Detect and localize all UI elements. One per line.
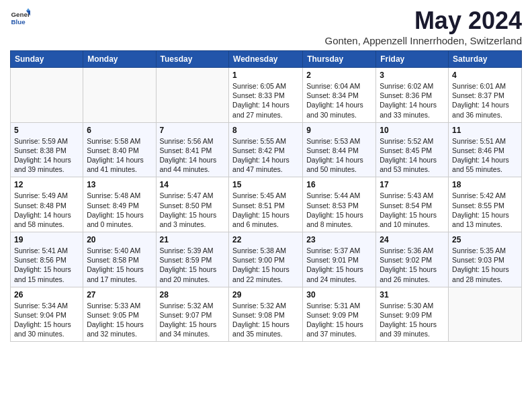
day-info: Sunrise: 5:45 AM Sunset: 8:51 PM Dayligh… bbox=[232, 191, 299, 229]
calendar-day-cell: 7Sunrise: 5:56 AM Sunset: 8:41 PM Daylig… bbox=[156, 122, 229, 177]
weekday-header-cell: Wednesday bbox=[229, 51, 303, 68]
day-number: 12 bbox=[14, 180, 79, 189]
day-number: 4 bbox=[452, 71, 518, 80]
day-number: 20 bbox=[87, 235, 152, 244]
calendar-week-row: 5Sunrise: 5:59 AM Sunset: 8:38 PM Daylig… bbox=[11, 122, 522, 177]
day-number: 3 bbox=[380, 71, 445, 80]
day-number: 30 bbox=[306, 290, 372, 300]
weekday-header-cell: Sunday bbox=[11, 51, 83, 68]
calendar-day-cell: 1Sunrise: 6:05 AM Sunset: 8:33 PM Daylig… bbox=[229, 68, 303, 123]
svg-text:Blue: Blue bbox=[11, 18, 26, 26]
day-info: Sunrise: 5:42 AM Sunset: 8:55 PM Dayligh… bbox=[452, 191, 518, 229]
day-number: 14 bbox=[160, 180, 226, 189]
svg-marker-3 bbox=[26, 8, 30, 11]
day-info: Sunrise: 6:01 AM Sunset: 8:37 PM Dayligh… bbox=[452, 81, 518, 120]
logo: General Blue bbox=[10, 7, 32, 27]
day-number: 13 bbox=[87, 180, 152, 189]
calendar-day-cell bbox=[83, 68, 156, 123]
calendar-day-cell: 10Sunrise: 5:52 AM Sunset: 8:45 PM Dayli… bbox=[376, 122, 449, 177]
calendar-day-cell: 26Sunrise: 5:34 AM Sunset: 9:04 PM Dayli… bbox=[11, 287, 83, 342]
calendar-day-cell: 11Sunrise: 5:51 AM Sunset: 8:46 PM Dayli… bbox=[449, 122, 522, 177]
day-number: 21 bbox=[160, 235, 226, 244]
day-info: Sunrise: 5:37 AM Sunset: 9:01 PM Dayligh… bbox=[306, 246, 372, 284]
day-number: 1 bbox=[232, 71, 299, 80]
day-info: Sunrise: 5:59 AM Sunset: 8:38 PM Dayligh… bbox=[14, 136, 79, 175]
calendar-day-cell: 18Sunrise: 5:42 AM Sunset: 8:55 PM Dayli… bbox=[449, 177, 522, 232]
calendar-week-row: 26Sunrise: 5:34 AM Sunset: 9:04 PM Dayli… bbox=[11, 287, 522, 342]
day-info: Sunrise: 5:32 AM Sunset: 9:08 PM Dayligh… bbox=[232, 301, 299, 339]
day-info: Sunrise: 5:47 AM Sunset: 8:50 PM Dayligh… bbox=[160, 191, 226, 229]
day-number: 8 bbox=[232, 126, 299, 135]
day-info: Sunrise: 5:40 AM Sunset: 8:58 PM Dayligh… bbox=[87, 246, 152, 284]
day-number: 28 bbox=[160, 290, 226, 300]
day-info: Sunrise: 5:31 AM Sunset: 9:09 PM Dayligh… bbox=[306, 301, 372, 339]
day-number: 18 bbox=[452, 180, 518, 189]
logo-icon: General Blue bbox=[10, 7, 30, 27]
day-info: Sunrise: 5:49 AM Sunset: 8:48 PM Dayligh… bbox=[14, 191, 79, 229]
day-info: Sunrise: 5:39 AM Sunset: 8:59 PM Dayligh… bbox=[160, 246, 226, 284]
day-number: 6 bbox=[87, 126, 152, 135]
day-info: Sunrise: 5:55 AM Sunset: 8:42 PM Dayligh… bbox=[232, 136, 299, 175]
day-number: 31 bbox=[380, 290, 445, 300]
calendar-day-cell: 29Sunrise: 5:32 AM Sunset: 9:08 PM Dayli… bbox=[229, 287, 303, 342]
day-number: 16 bbox=[306, 180, 372, 189]
day-info: Sunrise: 5:35 AM Sunset: 9:03 PM Dayligh… bbox=[452, 246, 518, 284]
day-info: Sunrise: 5:43 AM Sunset: 8:54 PM Dayligh… bbox=[380, 191, 445, 229]
weekday-header-cell: Saturday bbox=[449, 51, 522, 68]
day-number: 19 bbox=[14, 235, 79, 244]
calendar-day-cell: 13Sunrise: 5:48 AM Sunset: 8:49 PM Dayli… bbox=[83, 177, 156, 232]
calendar-day-cell: 6Sunrise: 5:58 AM Sunset: 8:40 PM Daylig… bbox=[83, 122, 156, 177]
day-info: Sunrise: 5:30 AM Sunset: 9:09 PM Dayligh… bbox=[380, 301, 445, 339]
calendar-day-cell: 15Sunrise: 5:45 AM Sunset: 8:51 PM Dayli… bbox=[229, 177, 303, 232]
calendar-day-cell: 23Sunrise: 5:37 AM Sunset: 9:01 PM Dayli… bbox=[303, 232, 376, 287]
calendar-day-cell: 9Sunrise: 5:53 AM Sunset: 8:44 PM Daylig… bbox=[303, 122, 376, 177]
calendar-day-cell: 4Sunrise: 6:01 AM Sunset: 8:37 PM Daylig… bbox=[449, 68, 522, 123]
calendar-day-cell bbox=[11, 68, 83, 123]
day-info: Sunrise: 5:36 AM Sunset: 9:02 PM Dayligh… bbox=[380, 246, 445, 284]
day-number: 9 bbox=[306, 126, 372, 135]
calendar-day-cell: 16Sunrise: 5:44 AM Sunset: 8:53 PM Dayli… bbox=[303, 177, 376, 232]
day-info: Sunrise: 5:41 AM Sunset: 8:56 PM Dayligh… bbox=[14, 246, 79, 284]
calendar-week-row: 12Sunrise: 5:49 AM Sunset: 8:48 PM Dayli… bbox=[11, 177, 522, 232]
weekday-header-cell: Thursday bbox=[303, 51, 376, 68]
calendar-day-cell: 25Sunrise: 5:35 AM Sunset: 9:03 PM Dayli… bbox=[449, 232, 522, 287]
day-number: 11 bbox=[452, 126, 518, 135]
day-number: 26 bbox=[14, 290, 79, 300]
day-number: 17 bbox=[380, 180, 445, 189]
calendar-day-cell: 28Sunrise: 5:32 AM Sunset: 9:07 PM Dayli… bbox=[156, 287, 229, 342]
weekday-header-cell: Tuesday bbox=[156, 51, 229, 68]
day-number: 10 bbox=[380, 126, 445, 135]
calendar-day-cell: 21Sunrise: 5:39 AM Sunset: 8:59 PM Dayli… bbox=[156, 232, 229, 287]
calendar-day-cell: 2Sunrise: 6:04 AM Sunset: 8:34 PM Daylig… bbox=[303, 68, 376, 123]
day-info: Sunrise: 5:38 AM Sunset: 9:00 PM Dayligh… bbox=[232, 246, 299, 284]
day-info: Sunrise: 5:32 AM Sunset: 9:07 PM Dayligh… bbox=[160, 301, 226, 339]
calendar-subtitle: Gonten, Appenzell Innerrhoden, Switzerla… bbox=[324, 35, 522, 46]
calendar-day-cell: 17Sunrise: 5:43 AM Sunset: 8:54 PM Dayli… bbox=[376, 177, 449, 232]
calendar-day-cell: 24Sunrise: 5:36 AM Sunset: 9:02 PM Dayli… bbox=[376, 232, 449, 287]
day-number: 22 bbox=[232, 235, 299, 244]
calendar-day-cell: 22Sunrise: 5:38 AM Sunset: 9:00 PM Dayli… bbox=[229, 232, 303, 287]
day-number: 24 bbox=[380, 235, 445, 244]
calendar-day-cell: 3Sunrise: 6:02 AM Sunset: 8:36 PM Daylig… bbox=[376, 68, 449, 123]
day-info: Sunrise: 5:52 AM Sunset: 8:45 PM Dayligh… bbox=[380, 136, 445, 175]
calendar-day-cell: 8Sunrise: 5:55 AM Sunset: 8:42 PM Daylig… bbox=[229, 122, 303, 177]
calendar-day-cell: 5Sunrise: 5:59 AM Sunset: 8:38 PM Daylig… bbox=[11, 122, 83, 177]
day-info: Sunrise: 6:04 AM Sunset: 8:34 PM Dayligh… bbox=[306, 81, 372, 120]
day-number: 15 bbox=[232, 180, 299, 189]
calendar-day-cell: 20Sunrise: 5:40 AM Sunset: 8:58 PM Dayli… bbox=[83, 232, 156, 287]
calendar-day-cell: 30Sunrise: 5:31 AM Sunset: 9:09 PM Dayli… bbox=[303, 287, 376, 342]
day-info: Sunrise: 5:56 AM Sunset: 8:41 PM Dayligh… bbox=[160, 136, 226, 175]
day-info: Sunrise: 5:58 AM Sunset: 8:40 PM Dayligh… bbox=[87, 136, 152, 175]
calendar-day-cell: 31Sunrise: 5:30 AM Sunset: 9:09 PM Dayli… bbox=[376, 287, 449, 342]
day-info: Sunrise: 6:05 AM Sunset: 8:33 PM Dayligh… bbox=[232, 81, 299, 120]
day-info: Sunrise: 6:02 AM Sunset: 8:36 PM Dayligh… bbox=[380, 81, 445, 120]
calendar-day-cell: 19Sunrise: 5:41 AM Sunset: 8:56 PM Dayli… bbox=[11, 232, 83, 287]
weekday-header-row: SundayMondayTuesdayWednesdayThursdayFrid… bbox=[11, 51, 522, 68]
calendar-title: May 2024 bbox=[324, 7, 522, 35]
day-info: Sunrise: 5:51 AM Sunset: 8:46 PM Dayligh… bbox=[452, 136, 518, 175]
day-info: Sunrise: 5:33 AM Sunset: 9:05 PM Dayligh… bbox=[87, 301, 152, 339]
day-number: 25 bbox=[452, 235, 518, 244]
weekday-header-cell: Monday bbox=[83, 51, 156, 68]
calendar-body: 1Sunrise: 6:05 AM Sunset: 8:33 PM Daylig… bbox=[11, 68, 522, 342]
page-header: General Blue May 2024 Gonten, Appenzell … bbox=[10, 7, 522, 46]
